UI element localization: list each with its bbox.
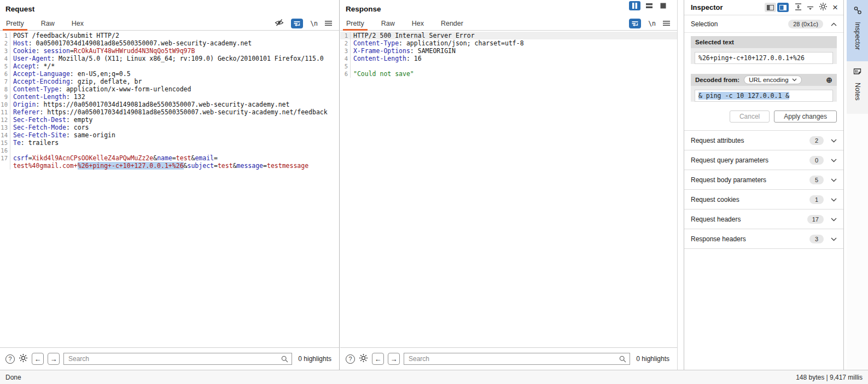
inspector-section-request-query-parameters[interactable]: Request query parameters0 xyxy=(684,150,843,170)
code-line: 1HTTP/2 500 Internal Server Error xyxy=(340,32,677,39)
request-tab-pretty[interactable]: Pretty xyxy=(1,17,29,30)
line-number: 4 xyxy=(340,55,351,62)
help-icon[interactable]: ? xyxy=(346,354,355,364)
request-editor[interactable]: 1POST /feedback/submit HTTP/22Host: 0a05… xyxy=(0,31,339,347)
chevron-down-icon xyxy=(831,156,837,164)
dock-right-button[interactable] xyxy=(777,3,789,12)
response-tab-pretty[interactable]: Pretty xyxy=(341,17,369,30)
section-count-badge: 3 xyxy=(809,235,824,243)
expand-all-icon[interactable] xyxy=(795,3,802,12)
layout-combined-button[interactable] xyxy=(657,1,669,10)
encoding-dropdown[interactable]: URL encoding xyxy=(744,75,801,84)
inspector-section-request-headers[interactable]: Request headers17 xyxy=(684,210,843,229)
chevron-down-icon xyxy=(831,196,837,203)
line-content: Host: 0a050017034d149081ad8e5500350007.w… xyxy=(10,39,252,47)
inspector-dock-toggle xyxy=(765,3,789,12)
add-decoding-layer-icon[interactable]: ⊕ xyxy=(826,76,832,84)
inspector-title: Inspector xyxy=(691,3,723,11)
hide-nonprintable-icon[interactable] xyxy=(275,19,284,29)
section-label: Request body parameters xyxy=(691,176,766,184)
line-content: Sec-Fetch-Dest: empty xyxy=(10,116,92,124)
pretty-print-icon[interactable] xyxy=(629,19,641,28)
response-tab-hex[interactable]: Hex xyxy=(407,17,429,30)
line-number: 7 xyxy=(0,78,10,85)
editor-menu-icon[interactable] xyxy=(663,19,670,28)
chevron-down-icon xyxy=(831,176,837,184)
help-icon[interactable]: ? xyxy=(5,354,15,364)
line-content: Content-Length: 16 xyxy=(351,55,422,62)
response-editor[interactable]: 1HTTP/2 500 Internal Server Error2Conten… xyxy=(340,31,677,347)
line-content: X-Frame-Options: SAMEORIGIN xyxy=(351,47,456,55)
layout-top-bottom-button[interactable] xyxy=(643,1,655,10)
line-content: Accept-Encoding: gzip, deflate, br xyxy=(10,78,142,85)
line-number: 3 xyxy=(0,47,10,55)
editor-menu-icon[interactable] xyxy=(325,19,332,28)
section-label: Request attributes xyxy=(691,137,744,144)
code-line: 2Content-Type: application/json; charset… xyxy=(340,39,677,47)
response-search-input[interactable] xyxy=(404,353,630,365)
collapse-all-icon[interactable] xyxy=(807,3,814,12)
apply-changes-button[interactable]: Apply changes xyxy=(774,110,837,123)
dock-left-button[interactable] xyxy=(765,3,776,12)
request-tab-hex[interactable]: Hex xyxy=(67,17,89,30)
line-content: test%40gmail.com+%26+ping+-c+10+127.0.0.… xyxy=(10,162,308,170)
chevron-up-icon xyxy=(831,20,837,28)
selection-row[interactable]: Selection 28 (0x1c) xyxy=(684,15,843,33)
line-content: Accept-Language: en-US,en;q=0.5 xyxy=(10,70,131,78)
decoded-block: Decoded from: URL encoding ⊕ & ping -c 1… xyxy=(691,74,837,102)
inspector-header: Inspector xyxy=(684,0,843,15)
cancel-button[interactable]: Cancel xyxy=(730,110,770,123)
line-content: Content-Type: application/x-www-form-url… xyxy=(10,85,191,93)
code-line: 1POST /feedback/submit HTTP/2 xyxy=(0,32,339,39)
search-prev-button[interactable]: ← xyxy=(32,353,44,365)
line-content xyxy=(351,62,353,70)
line-content: Sec-Fetch-Site: same-origin xyxy=(10,131,115,139)
inspector-settings-gear-icon[interactable] xyxy=(819,2,828,13)
inspector-actions: Cancel Apply changes xyxy=(691,110,837,123)
chevron-down-icon xyxy=(831,216,837,223)
code-line: 2Host: 0a050017034d149081ad8e5500350007.… xyxy=(0,39,339,47)
response-tab-render[interactable]: Render xyxy=(436,17,468,30)
code-line: 15Te: trailers xyxy=(0,139,339,147)
inspector-section-request-attributes[interactable]: Request attributes2 xyxy=(684,131,843,150)
line-number: 5 xyxy=(340,62,351,70)
search-prev-button[interactable]: ← xyxy=(372,353,384,365)
search-settings-gear-icon[interactable] xyxy=(359,353,368,365)
response-tabs: Pretty Raw Hex Render \n xyxy=(340,17,677,31)
decoded-from-label: Decoded from: xyxy=(695,77,739,83)
decoded-value[interactable]: & ping -c 10 127.0.0.1 & xyxy=(695,90,833,102)
line-number: 2 xyxy=(340,39,351,47)
code-line: 4Content-Length: 16 xyxy=(340,55,677,62)
response-panel: Response Pretty Raw Hex Render \n 1HTTP/… xyxy=(340,0,678,370)
request-tab-raw[interactable]: Raw xyxy=(36,17,60,30)
response-search-field xyxy=(404,353,630,365)
code-line: 3X-Frame-Options: SAMEORIGIN xyxy=(340,47,677,55)
request-editor-icons: \n xyxy=(275,17,339,30)
search-next-button[interactable]: → xyxy=(388,353,400,365)
line-number xyxy=(0,162,10,170)
code-line: 14Sec-Fetch-Site: same-origin xyxy=(0,131,339,139)
line-number: 14 xyxy=(0,131,10,139)
inspector-section-request-cookies[interactable]: Request cookies1 xyxy=(684,190,843,210)
strip-tab-notes[interactable]: Notes xyxy=(847,61,868,114)
request-tabs: Pretty Raw Hex \n xyxy=(0,17,339,31)
selected-text-value[interactable]: %26+ping+-c+10+127.0.0.1+%26 xyxy=(695,52,833,64)
line-content: Te: trailers xyxy=(10,139,59,147)
code-line: 5 xyxy=(340,62,677,70)
pretty-print-icon[interactable] xyxy=(291,19,303,28)
close-icon[interactable]: × xyxy=(832,3,838,12)
line-number: 5 xyxy=(0,62,10,70)
response-highlights-count: 0 highlights xyxy=(634,355,672,363)
newline-toggle-icon[interactable]: \n xyxy=(648,20,656,27)
search-next-button[interactable]: → xyxy=(48,353,60,365)
line-content: Content-Type: application/json; charset=… xyxy=(351,39,524,47)
search-icon xyxy=(619,355,626,365)
layout-side-by-side-button[interactable] xyxy=(629,1,640,10)
newline-toggle-icon[interactable]: \n xyxy=(310,20,318,27)
strip-tab-inspector[interactable]: Inspector xyxy=(847,0,868,61)
response-tab-raw[interactable]: Raw xyxy=(376,17,400,30)
inspector-section-request-body-parameters[interactable]: Request body parameters5 xyxy=(684,170,843,190)
search-settings-gear-icon[interactable] xyxy=(19,353,28,365)
inspector-section-response-headers[interactable]: Response headers3 xyxy=(684,229,843,249)
request-search-input[interactable] xyxy=(63,353,292,365)
